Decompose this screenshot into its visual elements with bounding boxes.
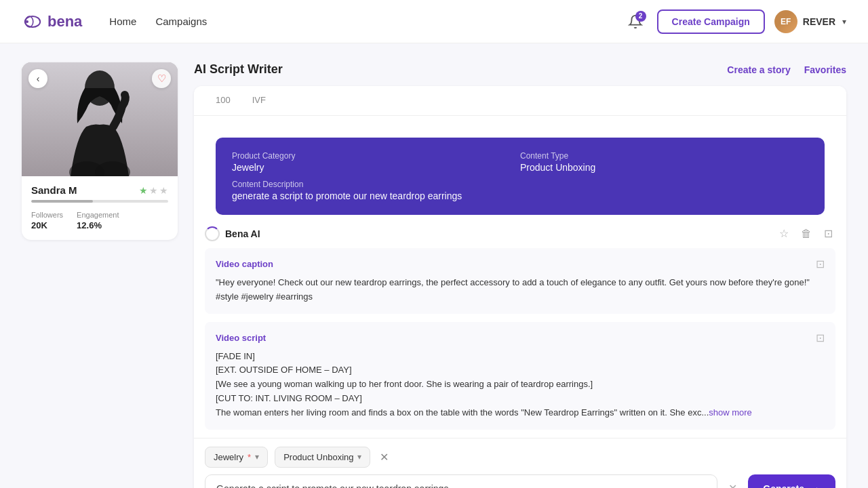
script-header-actions: Create a story Favorites	[727, 64, 846, 75]
category-select-label: Jewelry	[214, 452, 243, 462]
content-description-value: generate a script to promote our new tea…	[232, 190, 808, 201]
tab-100[interactable]: 100	[205, 88, 241, 113]
video-caption-block: Video caption ⊡ "Hey everyone! Check out…	[205, 248, 835, 314]
ai-label: Bena AI	[225, 228, 260, 239]
right-panel: AI Script Writer Create a story Favorite…	[194, 62, 846, 488]
script-line-1: [FADE IN]	[216, 350, 825, 364]
bottom-bar: Jewelry * ▾ Product Unboxing ▾ ✕ ✕ Gener…	[194, 438, 846, 488]
content-type-label: Content Type	[520, 151, 808, 161]
content-type-select-label: Product Unboxing	[283, 452, 353, 462]
script-line-3: [We see a young woman walking up to her …	[216, 378, 825, 392]
product-category-value: Jewelry	[232, 162, 520, 173]
nav-links: Home Campaigns	[109, 16, 207, 27]
star-2: ★	[149, 185, 158, 196]
content-type-chevron-icon: ▾	[357, 452, 361, 462]
content-type-select[interactable]: Product Unboxing ▾	[275, 447, 370, 468]
category-chevron-icon: ▾	[255, 452, 259, 462]
engagement-stat: Engagement 12.6%	[77, 211, 119, 230]
star-3: ★	[159, 185, 168, 196]
create-campaign-button[interactable]: Create Campaign	[657, 9, 765, 34]
navbar: bena Home Campaigns 2 Create Campaign EF…	[0, 0, 868, 43]
followers-value: 20K	[31, 220, 63, 230]
star-1: ★	[139, 185, 148, 196]
video-script-block: Video script ⊡ [FADE IN] [EXT. OUTSIDE O…	[205, 322, 835, 430]
input-row: ✕ Generate →	[205, 474, 835, 488]
delete-action-button[interactable]: 🗑	[798, 226, 814, 241]
avatar: EF	[774, 10, 797, 33]
tabs-row: 100 IVF	[194, 86, 846, 116]
show-more-link[interactable]: show more	[709, 407, 752, 418]
content-type-field: Content Type Product Unboxing	[520, 151, 808, 173]
create-story-link[interactable]: Create a story	[727, 64, 790, 75]
user-menu[interactable]: EF REVER ▾	[774, 10, 846, 33]
navbar-left: bena Home Campaigns	[22, 11, 207, 33]
ai-message-header: Bena AI ☆ 🗑 ⊡	[205, 226, 835, 241]
required-indicator: *	[248, 452, 251, 462]
notification-badge: 2	[635, 11, 646, 22]
content-type-value: Product Unboxing	[520, 162, 808, 173]
generate-button[interactable]: Generate →	[748, 474, 835, 488]
main-layout: ‹ ♡ Sandra M ★ ★ ★ Followers	[0, 43, 868, 488]
navbar-right: 2 Create Campaign EF REVER ▾	[623, 9, 846, 34]
star-action-button[interactable]: ☆	[776, 226, 791, 241]
notification-button[interactable]: 2	[623, 9, 648, 34]
video-script-title: Video script	[216, 333, 266, 343]
product-category-field: Product Category Jewelry	[232, 151, 520, 173]
video-caption-text: "Hey everyone! Check out our new teardro…	[216, 276, 825, 304]
video-caption-header: Video caption ⊡	[216, 258, 825, 270]
script-line-2: [EXT. OUTSIDE OF HOME – DAY]	[216, 363, 825, 378]
ai-message-section: Product Category Jewelry Content Type Pr…	[194, 116, 846, 438]
profile-bar-fill	[31, 200, 93, 203]
content-box: 100 IVF Product Category Jewelry Content…	[194, 86, 846, 488]
video-script-header: Video script ⊡	[216, 331, 825, 344]
info-card-grid: Product Category Jewelry Content Type Pr…	[232, 151, 808, 173]
logo[interactable]: bena	[22, 11, 82, 33]
video-caption-title: Video caption	[216, 259, 273, 269]
profile-image-wrap: ‹ ♡	[22, 62, 178, 176]
category-select[interactable]: Jewelry * ▾	[205, 447, 268, 468]
profile-name-row: Sandra M ★ ★ ★	[31, 184, 168, 196]
nav-campaigns[interactable]: Campaigns	[155, 16, 207, 27]
favorites-link[interactable]: Favorites	[804, 64, 846, 75]
left-panel: ‹ ♡ Sandra M ★ ★ ★ Followers	[22, 62, 178, 488]
favorite-button[interactable]: ♡	[152, 69, 171, 88]
star-rating: ★ ★ ★	[139, 185, 168, 196]
content-description-label: Content Description	[232, 180, 808, 189]
script-line-4: [CUT TO: INT. LIVING ROOM – DAY]	[216, 392, 825, 406]
ai-message: Bena AI ☆ 🗑 ⊡ Video caption ⊡	[205, 226, 835, 430]
svg-point-2	[26, 20, 28, 23]
profile-card: ‹ ♡ Sandra M ★ ★ ★ Followers	[22, 62, 178, 240]
copy-caption-button[interactable]: ⊡	[816, 258, 825, 270]
generate-btn-label: Generate	[763, 483, 804, 488]
profile-info: Sandra M ★ ★ ★ Followers 20K	[22, 176, 178, 240]
info-card: Product Category Jewelry Content Type Pr…	[216, 138, 825, 215]
ai-message-actions: ☆ 🗑 ⊡	[776, 226, 835, 241]
generate-arrow-icon: →	[810, 483, 821, 488]
ai-spinner	[205, 226, 220, 241]
back-button[interactable]: ‹	[28, 69, 47, 88]
nav-home[interactable]: Home	[109, 16, 136, 27]
ai-label-row: Bena AI	[205, 226, 260, 241]
profile-stats: Followers 20K Engagement 12.6%	[31, 211, 168, 230]
profile-progress-bar	[31, 200, 168, 203]
chevron-down-icon: ▾	[842, 17, 846, 26]
username: REVER	[803, 16, 835, 27]
profile-name: Sandra M	[31, 184, 77, 196]
content-description-field: Content Description generate a script to…	[232, 180, 808, 201]
filter-row: Jewelry * ▾ Product Unboxing ▾ ✕	[205, 447, 835, 468]
video-script-text: [FADE IN] [EXT. OUTSIDE OF HOME – DAY] […	[216, 350, 825, 420]
copy-script-button[interactable]: ⊡	[816, 331, 825, 344]
clear-input-button[interactable]: ✕	[724, 482, 741, 488]
script-writer-title: AI Script Writer	[194, 62, 283, 77]
followers-label: Followers	[31, 211, 63, 219]
tab-ivf[interactable]: IVF	[241, 88, 277, 113]
script-line-5: The woman enters her living room and fin…	[216, 406, 825, 420]
logo-text: bena	[47, 13, 82, 30]
engagement-label: Engagement	[77, 211, 119, 219]
expand-action-button[interactable]: ⊡	[821, 226, 835, 241]
product-category-label: Product Category	[232, 151, 520, 161]
engagement-value: 12.6%	[77, 220, 119, 230]
close-filter-button[interactable]: ✕	[377, 451, 391, 464]
script-writer-header: AI Script Writer Create a story Favorite…	[194, 62, 846, 77]
script-text-input[interactable]	[205, 474, 717, 488]
